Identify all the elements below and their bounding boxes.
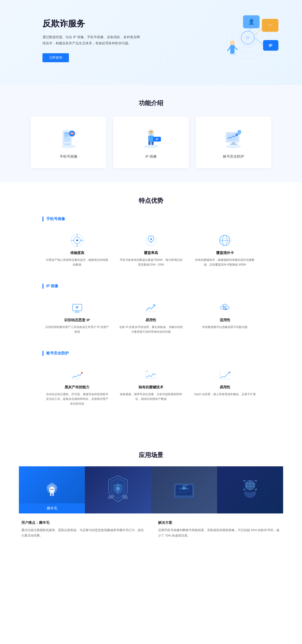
applicability-icon [218, 300, 232, 314]
hero-illustration: 🛡 ☞ 👤 IP [194, 14, 283, 66]
features-section: 功能介绍 🧠 [0, 85, 302, 182]
svg-text:IP: IP [156, 138, 158, 141]
consult-button[interactable]: 立即咨询 [43, 53, 69, 62]
svg-rect-35 [152, 142, 154, 145]
scenario-img-3-bg: Protected [151, 466, 217, 514]
advantage-item-easy-use: 易用性 SaaS 化部署，接入和使用成本极低，且易于扩展 [190, 363, 259, 411]
svg-point-30 [149, 130, 153, 134]
overseas-desc: 特有的蜜罐技术，能够捕获到海量的境外流量数据，目前覆盖境外卡数量超 400W [193, 258, 257, 267]
accuracy-title: 准确度高 [45, 251, 109, 255]
scenario-img-face [217, 466, 283, 514]
svg-rect-24 [64, 136, 68, 137]
svg-point-79 [50, 482, 54, 487]
svg-point-89 [116, 487, 120, 490]
easy-use-icon [218, 368, 232, 382]
svg-text:🧠: 🧠 [70, 132, 74, 136]
advantage-items-account: 黑灰产布控能力 自动化识别注册机、扫号器、暴破等各种危害账号安全的工具，提取攻击… [43, 363, 259, 411]
svg-rect-33 [148, 136, 154, 142]
control-title: 黑灰产布控能力 [45, 385, 109, 390]
advantage-items-phone: 准确度高 对黑灰产核心资源和流量的监控，能精准识别纯黑的数据 ★ 覆盖率高 手机… [43, 228, 259, 272]
svg-rect-23 [64, 135, 69, 136]
coverage-icon: ★ [144, 233, 158, 248]
advantages-section: 特点优势 手机号画像 准确度高 [0, 182, 302, 437]
advantage-item-applicability: 适用性 所有数据都可以忽略场景不匹配问题 [190, 296, 259, 339]
svg-rect-97 [172, 497, 196, 498]
ip-illustration: IP [139, 126, 163, 150]
honeypot-title: 独有的蜜罐技术 [119, 385, 183, 390]
feature-card-ip: IP IP 画像 [113, 117, 189, 168]
easy-use-desc: SaaS 化部署，接入和使用成本极低，且易于扩展 [193, 392, 257, 396]
svg-rect-34 [148, 142, 150, 145]
scenario-img-4-bg [217, 466, 283, 514]
applicability-desc: 所有数据都可以忽略场景不匹配问题 [193, 325, 257, 330]
scenarios-title: 应用场景 [19, 451, 283, 459]
applicability-title: 适用性 [193, 318, 257, 322]
dynamic-ip-desc: 识别利用秒拨等黑产工具伪装成正常用户 IP 的黑产资源 [45, 325, 109, 334]
svg-point-46 [76, 240, 78, 241]
advantage-item-overseas: 覆盖境外卡 特有的蜜罐技术，能够捕获到海量的境外流量数据，目前覆盖境外卡数量超 … [190, 228, 259, 272]
accuracy-desc: 对黑灰产核心资源和流量的监控，能精准识别纯黑的数据 [45, 258, 109, 267]
scenario-solution: 解决方案 启用手机号画像判断账号风险程度，采取相应的限制策略，可识别超 95% … [158, 520, 281, 538]
svg-line-18 [254, 28, 262, 35]
dynamic-ip-icon: IP [70, 300, 84, 314]
scenario-images-row: 薅羊毛 [19, 466, 283, 514]
svg-line-17 [254, 38, 263, 45]
svg-point-32 [152, 131, 153, 132]
svg-text:✓: ✓ [239, 131, 240, 134]
advantage-item-accuracy: 准确度高 对黑灰产核心资源和流量的监控，能精准识别纯黑的数据 [43, 228, 112, 272]
features-title: 功能介绍 [19, 99, 283, 107]
control-desc: 自动化识别注册机、扫号器、暴破等各种危害账号安全的工具，提取攻击规则和特征、全面… [45, 392, 109, 406]
advantage-group-account-title: 账号安全防护 [43, 351, 259, 356]
svg-rect-71 [146, 370, 148, 372]
ip-usability-desc: 去除 IP 的复杂字段说明，量化风险值，并解决传统方案更新不及时带来的误判问题 [119, 325, 183, 334]
feature-card-security: ✓ 账号安全防护 [196, 117, 271, 168]
honeypot-desc: 收集暴破、撞库等攻击流量、分析并提取规则和特征，精准识别黑灰产数据 [119, 392, 183, 402]
solution-title: 解决方案 [158, 520, 281, 525]
advantage-group-ip-title: IP 画像 [43, 284, 259, 289]
svg-point-81 [51, 489, 51, 490]
svg-point-27 [63, 143, 71, 146]
svg-point-7 [230, 40, 235, 45]
advantage-group-phone: 手机号画像 准确度高 对黑灰产核心资源和流量的监控，能 [43, 216, 259, 272]
dynamic-ip-title: 识别动态恶意 IP [45, 318, 109, 322]
svg-line-8 [228, 47, 230, 51]
scenario-img-protected: Protected [151, 466, 217, 514]
pain-point-text: 通过垃圾注册领取优惠券、恶取以新奖励、与店家勾结恶意套现薅减券等薅羊毛行为，损失… [21, 527, 144, 538]
advantage-item-ip-usability: 易用性 去除 IP 的复杂字段说明，量化风险值，并解决传统方案更新不及时带来的误… [116, 296, 186, 339]
coverage-desc: 手机号标签库的数据总量超7000W，每日新增识别恶意数据15W～20W [119, 258, 183, 267]
advantage-item-control: 黑灰产布控能力 自动化识别注册机、扫号器、暴破等各种危害账号安全的工具，提取攻击… [43, 363, 112, 411]
advantage-group-account: 账号安全防护 黑灰产布控能力 自动化识别注册机、扫号器、暴破等各种危害账号安全的… [43, 351, 259, 411]
security-illustration: ✓ [222, 126, 245, 150]
advantage-items-ip: IP 识别动态恶意 IP 识别利用秒拨等黑产工具伪装成正常用户 IP 的黑产资源 [43, 296, 259, 339]
honeypot-icon [144, 368, 158, 382]
feature-cards-container: 🧠 手机号画像 [19, 117, 283, 168]
svg-text:IP: IP [76, 306, 78, 309]
scenario-img-security [85, 466, 151, 514]
pain-point-title: 用户痛点：薅羊毛 [21, 520, 144, 525]
overseas-icon [218, 233, 232, 248]
accuracy-icon [70, 233, 84, 248]
svg-text:★: ★ [149, 238, 152, 241]
feature-card-phone-label: 手机号画像 [38, 154, 99, 159]
svg-rect-6 [230, 45, 235, 54]
svg-point-70 [81, 372, 83, 374]
hero-section: 反欺诈服务 通过数据挖掘、结合 IP 画像、手机号画像、设备指纹、多种复杂网络技… [0, 0, 302, 85]
sheep-label: 薅羊毛 [19, 503, 85, 514]
advantages-title: 特点优势 [43, 196, 259, 205]
feature-card-phone: 🧠 手机号画像 [31, 117, 106, 168]
scenario-img-2-bg [85, 466, 151, 514]
svg-point-80 [49, 486, 55, 493]
svg-rect-43 [230, 144, 237, 145]
feature-card-ip-label: IP 画像 [120, 154, 182, 159]
advantage-item-honeypot: 独有的蜜罐技术 收集暴破、撞库等攻击流量、分析并提取规则和特征，精准识别黑灰产数… [116, 363, 186, 411]
svg-point-38 [226, 145, 241, 148]
svg-point-31 [150, 131, 151, 132]
hero-title: 反欺诈服务 [43, 18, 141, 30]
advantage-item-dynamic-ip: IP 识别动态恶意 IP 识别利用秒拨等黑产工具伪装成正常用户 IP 的黑产资源 [43, 296, 112, 339]
feature-card-security-label: 账号安全防护 [203, 154, 264, 159]
svg-text:🛡: 🛡 [246, 36, 249, 40]
ip-usability-title: 易用性 [119, 318, 183, 322]
scenario-img-sheep: 薅羊毛 [19, 466, 85, 514]
phone-illustration: 🧠 [57, 126, 80, 150]
svg-rect-42 [232, 142, 235, 144]
